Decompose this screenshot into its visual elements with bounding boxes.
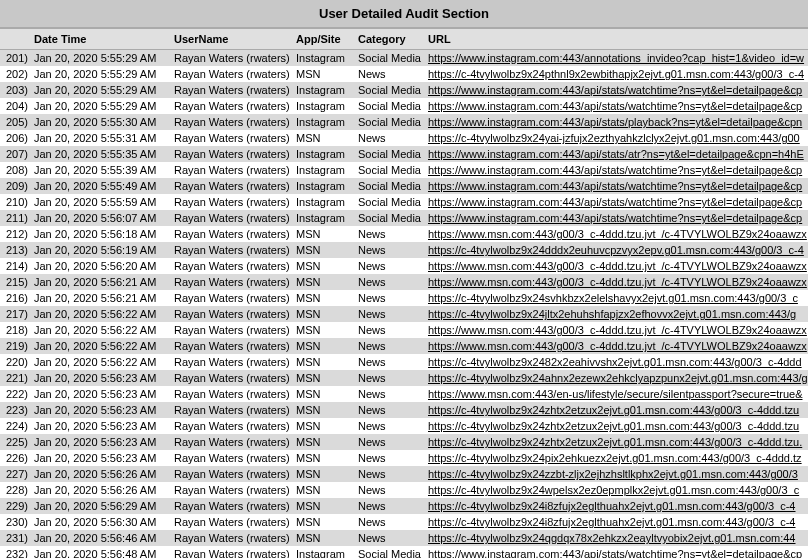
table-row[interactable]: 213)Jan 20, 2020 5:56:19 AMRayan Waters …	[0, 242, 808, 258]
table-row[interactable]: 206)Jan 20, 2020 5:55:31 AMRayan Waters …	[0, 130, 808, 146]
cell-username: Rayan Waters (rwaters)	[170, 546, 292, 558]
table-row[interactable]: 227)Jan 20, 2020 5:56:26 AMRayan Waters …	[0, 466, 808, 482]
cell-appsite: MSN	[292, 274, 354, 290]
cell-url: https://c-4tvylwolbz9x24wpelsx2ez0epmplk…	[424, 482, 808, 498]
cell-url: https://www.msn.com:443/g00/3_c-4ddd.tzu…	[424, 322, 808, 338]
cell-rownum: 219)	[0, 338, 30, 354]
cell-username: Rayan Waters (rwaters)	[170, 418, 292, 434]
cell-username: Rayan Waters (rwaters)	[170, 498, 292, 514]
table-row[interactable]: 202)Jan 20, 2020 5:55:29 AMRayan Waters …	[0, 66, 808, 82]
col-datetime[interactable]: Date Time	[30, 29, 170, 50]
cell-url: https://c-4tvylwolbz9x24svhkbzx2elelshav…	[424, 290, 808, 306]
cell-appsite: MSN	[292, 418, 354, 434]
table-row[interactable]: 232)Jan 20, 2020 5:56:48 AMRayan Waters …	[0, 546, 808, 558]
cell-rownum: 227)	[0, 466, 30, 482]
table-row[interactable]: 217)Jan 20, 2020 5:56:22 AMRayan Waters …	[0, 306, 808, 322]
table-row[interactable]: 224)Jan 20, 2020 5:56:23 AMRayan Waters …	[0, 418, 808, 434]
table-row[interactable]: 216)Jan 20, 2020 5:56:21 AMRayan Waters …	[0, 290, 808, 306]
table-row[interactable]: 220)Jan 20, 2020 5:56:22 AMRayan Waters …	[0, 354, 808, 370]
table-row[interactable]: 223)Jan 20, 2020 5:56:23 AMRayan Waters …	[0, 402, 808, 418]
cell-category: News	[354, 498, 424, 514]
cell-rownum: 202)	[0, 66, 30, 82]
cell-rownum: 214)	[0, 258, 30, 274]
cell-datetime: Jan 20, 2020 5:56:22 AM	[30, 338, 170, 354]
cell-datetime: Jan 20, 2020 5:56:23 AM	[30, 386, 170, 402]
cell-datetime: Jan 20, 2020 5:56:21 AM	[30, 290, 170, 306]
table-row[interactable]: 219)Jan 20, 2020 5:56:22 AMRayan Waters …	[0, 338, 808, 354]
table-row[interactable]: 218)Jan 20, 2020 5:56:22 AMRayan Waters …	[0, 322, 808, 338]
cell-appsite: Instagram	[292, 178, 354, 194]
table-row[interactable]: 201)Jan 20, 2020 5:55:29 AMRayan Waters …	[0, 50, 808, 67]
table-row[interactable]: 210)Jan 20, 2020 5:55:59 AMRayan Waters …	[0, 194, 808, 210]
table-row[interactable]: 209)Jan 20, 2020 5:55:49 AMRayan Waters …	[0, 178, 808, 194]
cell-url: https://www.msn.com:443/en-us/lifestyle/…	[424, 386, 808, 402]
cell-rownum: 216)	[0, 290, 30, 306]
cell-datetime: Jan 20, 2020 5:56:48 AM	[30, 546, 170, 558]
cell-datetime: Jan 20, 2020 5:56:21 AM	[30, 274, 170, 290]
table-row[interactable]: 214)Jan 20, 2020 5:56:20 AMRayan Waters …	[0, 258, 808, 274]
cell-category: News	[354, 274, 424, 290]
cell-datetime: Jan 20, 2020 5:55:29 AM	[30, 50, 170, 67]
audit-panel: User Detailed Audit Section Date Time Us…	[0, 0, 808, 558]
cell-category: News	[354, 290, 424, 306]
cell-datetime: Jan 20, 2020 5:55:30 AM	[30, 114, 170, 130]
cell-username: Rayan Waters (rwaters)	[170, 450, 292, 466]
table-row[interactable]: 212)Jan 20, 2020 5:56:18 AMRayan Waters …	[0, 226, 808, 242]
col-num	[0, 29, 30, 50]
col-category[interactable]: Category	[354, 29, 424, 50]
cell-appsite: MSN	[292, 66, 354, 82]
table-row[interactable]: 208)Jan 20, 2020 5:55:39 AMRayan Waters …	[0, 162, 808, 178]
table-row[interactable]: 215)Jan 20, 2020 5:56:21 AMRayan Waters …	[0, 274, 808, 290]
cell-category: News	[354, 66, 424, 82]
cell-category: News	[354, 418, 424, 434]
cell-username: Rayan Waters (rwaters)	[170, 274, 292, 290]
cell-username: Rayan Waters (rwaters)	[170, 370, 292, 386]
cell-category: News	[354, 450, 424, 466]
table-row[interactable]: 207)Jan 20, 2020 5:55:35 AMRayan Waters …	[0, 146, 808, 162]
table-row[interactable]: 231)Jan 20, 2020 5:56:46 AMRayan Waters …	[0, 530, 808, 546]
cell-appsite: Instagram	[292, 146, 354, 162]
table-row[interactable]: 203)Jan 20, 2020 5:55:29 AMRayan Waters …	[0, 82, 808, 98]
cell-datetime: Jan 20, 2020 5:56:23 AM	[30, 434, 170, 450]
cell-rownum: 201)	[0, 50, 30, 67]
cell-datetime: Jan 20, 2020 5:55:29 AM	[30, 66, 170, 82]
table-row[interactable]: 229)Jan 20, 2020 5:56:29 AMRayan Waters …	[0, 498, 808, 514]
table-row[interactable]: 225)Jan 20, 2020 5:56:23 AMRayan Waters …	[0, 434, 808, 450]
cell-appsite: MSN	[292, 450, 354, 466]
table-row[interactable]: 211)Jan 20, 2020 5:56:07 AMRayan Waters …	[0, 210, 808, 226]
table-row[interactable]: 228)Jan 20, 2020 5:56:26 AMRayan Waters …	[0, 482, 808, 498]
table-row[interactable]: 204)Jan 20, 2020 5:55:29 AMRayan Waters …	[0, 98, 808, 114]
cell-url: https://c-4tvylwolbz9x24dddx2euhuvcpzvyx…	[424, 242, 808, 258]
cell-url: https://www.msn.com:443/g00/3_c-4ddd.tzu…	[424, 338, 808, 354]
cell-url: https://c-4tvylwolbz9x24zhtx2etzux2ejvt.…	[424, 402, 808, 418]
cell-category: News	[354, 370, 424, 386]
cell-url: https://c-4tvylwolbz9x24ahnx2ezewx2ehkcl…	[424, 370, 808, 386]
table-row[interactable]: 222)Jan 20, 2020 5:56:23 AMRayan Waters …	[0, 386, 808, 402]
table-row[interactable]: 205)Jan 20, 2020 5:55:30 AMRayan Waters …	[0, 114, 808, 130]
cell-username: Rayan Waters (rwaters)	[170, 130, 292, 146]
table-row[interactable]: 221)Jan 20, 2020 5:56:23 AMRayan Waters …	[0, 370, 808, 386]
cell-url: https://c-4tvylwolbz9x24i8zfujx2eglthuah…	[424, 514, 808, 530]
table-row[interactable]: 230)Jan 20, 2020 5:56:30 AMRayan Waters …	[0, 514, 808, 530]
col-username[interactable]: UserName	[170, 29, 292, 50]
cell-username: Rayan Waters (rwaters)	[170, 114, 292, 130]
cell-appsite: MSN	[292, 466, 354, 482]
cell-username: Rayan Waters (rwaters)	[170, 530, 292, 546]
cell-rownum: 226)	[0, 450, 30, 466]
cell-appsite: Instagram	[292, 162, 354, 178]
cell-username: Rayan Waters (rwaters)	[170, 226, 292, 242]
cell-username: Rayan Waters (rwaters)	[170, 178, 292, 194]
cell-category: Social Media	[354, 114, 424, 130]
table-row[interactable]: 226)Jan 20, 2020 5:56:23 AMRayan Waters …	[0, 450, 808, 466]
cell-datetime: Jan 20, 2020 5:56:18 AM	[30, 226, 170, 242]
cell-datetime: Jan 20, 2020 5:56:19 AM	[30, 242, 170, 258]
cell-url: https://www.instagram.com:443/api/stats/…	[424, 194, 808, 210]
cell-category: News	[354, 402, 424, 418]
col-url[interactable]: URL	[424, 29, 808, 50]
cell-url: https://c-4tvylwolbz9x24jltx2ehuhshfapjz…	[424, 306, 808, 322]
cell-username: Rayan Waters (rwaters)	[170, 338, 292, 354]
col-appsite[interactable]: App/Site	[292, 29, 354, 50]
cell-username: Rayan Waters (rwaters)	[170, 242, 292, 258]
cell-datetime: Jan 20, 2020 5:55:29 AM	[30, 98, 170, 114]
cell-rownum: 221)	[0, 370, 30, 386]
